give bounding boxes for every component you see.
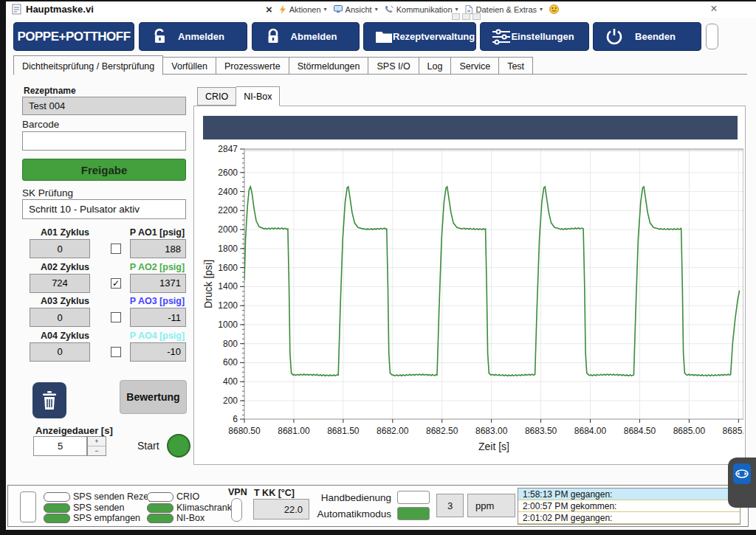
- app-window: Hauptmaske.vi × Aktionen▾ Ansicht▾ Kommu…: [6, 1, 756, 530]
- brand-logo-button[interactable]: POPPE+POTTHOFF: [13, 22, 134, 51]
- barcode-input[interactable]: [22, 131, 186, 151]
- abmelden-button[interactable]: Abmelden: [252, 22, 360, 51]
- zyklus-field: 724: [30, 274, 90, 293]
- chart-header-bar: [203, 116, 738, 139]
- barcode-label: Barcode: [22, 119, 59, 130]
- monitor-icon: [334, 5, 343, 13]
- svg-text:400: 400: [223, 376, 238, 387]
- automatikmodus-indicator: [397, 507, 430, 520]
- led-klimaschrank: [147, 503, 173, 513]
- pressure-field: 1371: [130, 274, 186, 293]
- svg-text:8682.50: 8682.50: [426, 426, 458, 436]
- menu-close-icon[interactable]: ×: [266, 4, 272, 15]
- teamviewer-icon: [733, 463, 751, 484]
- teamviewer-dock[interactable]: [728, 458, 756, 508]
- bewertung-button[interactable]: Bewertung: [120, 380, 187, 414]
- led-label: NI-Box: [176, 513, 205, 523]
- led-label: SPS empfangen: [73, 513, 140, 523]
- einstellungen-button[interactable]: Einstellungen: [480, 22, 589, 51]
- channel-checkbox[interactable]: [111, 244, 121, 254]
- zyklus-field: 0: [30, 342, 90, 362]
- zyklus-label: A02 Zyklus: [28, 262, 102, 272]
- anmelden-button[interactable]: Anmelden: [139, 22, 247, 51]
- log-row[interactable]: 2:01:02 PM gegangen:: [518, 512, 740, 524]
- stepper-down-button[interactable]: −: [88, 446, 106, 456]
- tab-sps-i-o[interactable]: SPS I/O: [368, 57, 419, 75]
- channel-checkbox[interactable]: [111, 312, 121, 322]
- tab-dichtheitspr-fung-berstpr-fung[interactable]: Dichtheitsprüfung / Berstprüfung: [13, 55, 163, 75]
- menu-ansicht[interactable]: Ansicht▾: [334, 5, 378, 14]
- tab-prozesswerte[interactable]: Prozesswerte: [216, 57, 289, 75]
- channel-checkbox[interactable]: ✓: [111, 278, 121, 289]
- tkk-label: T KK [°C]: [254, 488, 295, 498]
- led-label: SPS senden Rezept: [73, 491, 157, 502]
- chart-tab-ni-box[interactable]: NI-Box: [236, 86, 280, 106]
- svg-text:2847: 2847: [218, 145, 238, 154]
- ppm-unit-field: ppm: [467, 494, 515, 517]
- pressure-label: P AO2 [psig]: [126, 262, 189, 272]
- handbedienung-label: Handbedienung: [310, 492, 391, 503]
- mini-toolbar: [452, 13, 481, 20]
- sk-pruefung-label: SK Prüfung: [22, 187, 73, 199]
- menu-label: Aktionen: [289, 5, 321, 14]
- led-label: SPS senden: [73, 503, 125, 513]
- stepper-up-button[interactable]: +: [88, 437, 106, 446]
- menu-kommunikation[interactable]: Kommunikation▾: [385, 5, 458, 14]
- menu-label: Kommunikation: [396, 5, 453, 14]
- svg-text:8685.50: 8685.50: [723, 426, 743, 436]
- start-indicator[interactable]: [167, 434, 190, 458]
- menu-dateien-extras[interactable]: Dateien & Extras▾: [465, 5, 543, 14]
- tab-log[interactable]: Log: [419, 57, 452, 75]
- event-log: 1:58:13 PM gegangen:2:00:57 PM gekommen:…: [518, 488, 740, 525]
- ppm-value-field: 3: [436, 494, 464, 517]
- svg-text:8685.00: 8685.00: [673, 426, 706, 436]
- tab-st-rmeldungen[interactable]: Störmeldungen: [289, 57, 369, 75]
- vpn-indicator: [231, 498, 242, 522]
- anzeigedauer-label: Anzeigedauer [s]: [35, 425, 113, 436]
- anzeigedauer-field[interactable]: 5: [33, 436, 87, 456]
- pressure-label: P AO3 [psig]: [126, 296, 189, 306]
- menu-aktionen[interactable]: Aktionen▾: [279, 5, 327, 14]
- svg-text:8682.00: 8682.00: [377, 426, 409, 436]
- zyklus-field: 0: [30, 239, 90, 258]
- handbedienung-indicator: [397, 491, 430, 504]
- svg-text:8683.00: 8683.00: [475, 426, 508, 436]
- chevron-down-icon: ▾: [456, 6, 458, 13]
- led-label: CRIO: [176, 491, 199, 502]
- led-label: Klimaschrank: [176, 503, 232, 513]
- svg-text:1000: 1000: [218, 320, 238, 330]
- pressure-label: P AO4 [psig]: [126, 331, 189, 341]
- beenden-button[interactable]: Beenden: [593, 22, 701, 51]
- smiley-icon[interactable]: [549, 4, 559, 14]
- toolbar-indicator: [706, 24, 718, 49]
- chart-tab-crio[interactable]: CRIO: [197, 87, 236, 106]
- sliders-icon: [492, 28, 511, 46]
- log-row[interactable]: 1:58:13 PM gegangen:: [518, 489, 740, 500]
- log-row[interactable]: 2:00:57 PM gekommen:: [518, 500, 740, 512]
- anzeigedauer-stepper[interactable]: + −: [87, 436, 106, 456]
- svg-text:200: 200: [223, 396, 238, 406]
- phone-icon: [385, 5, 394, 13]
- svg-text:600: 600: [223, 357, 238, 367]
- close-icon[interactable]: ×: [706, 2, 722, 15]
- svg-text:Druck [psi]: Druck [psi]: [202, 260, 214, 308]
- zyklus-label: A01 Zyklus: [28, 227, 102, 238]
- start-label: Start: [137, 440, 159, 452]
- menu-label: Dateien & Extras: [476, 5, 537, 14]
- pressure-chart: 6200400600800100012001400160018002000220…: [197, 145, 743, 460]
- button-label: Rezeptverwaltung: [393, 31, 475, 42]
- button-label: Einstellungen: [511, 31, 574, 42]
- delete-button[interactable]: [32, 382, 66, 418]
- status-bar: SPS senden RezeptSPS sendenSPS empfangen…: [7, 485, 749, 527]
- rezeptverwaltung-button[interactable]: Rezeptverwaltung: [363, 22, 476, 51]
- freigabe-button[interactable]: Freigabe: [22, 159, 186, 181]
- tab-vorf-llen[interactable]: Vorfüllen: [163, 57, 216, 75]
- tab-test[interactable]: Test: [499, 57, 533, 75]
- svg-text:1600: 1600: [218, 263, 238, 273]
- pressure-field: -10: [130, 342, 186, 362]
- rezeptname-field: Test 004: [22, 97, 186, 115]
- channel-checkbox[interactable]: [111, 347, 121, 357]
- chevron-down-icon: ▾: [375, 6, 378, 13]
- lightning-icon: [279, 5, 286, 14]
- tab-service[interactable]: Service: [451, 57, 499, 75]
